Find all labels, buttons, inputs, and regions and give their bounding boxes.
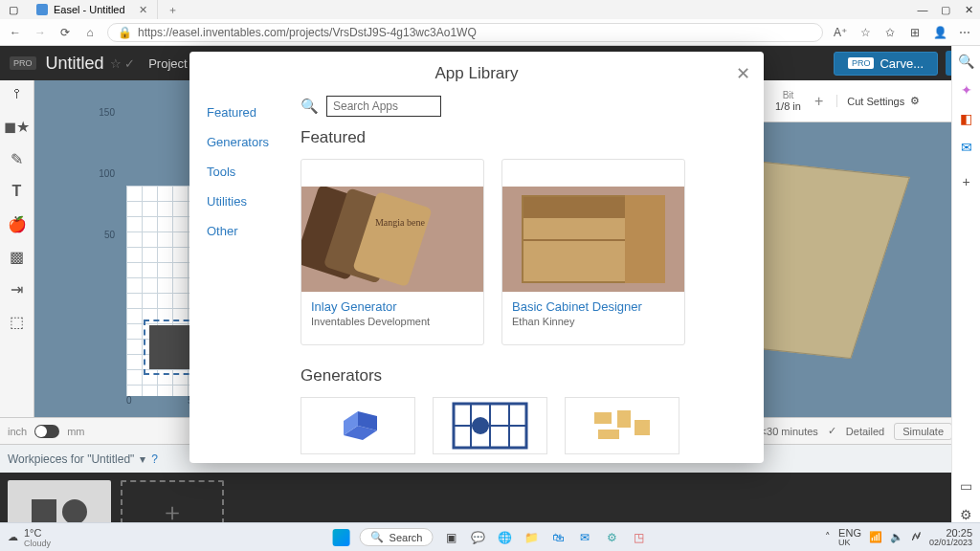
- chevron-down-icon[interactable]: ▾: [140, 452, 145, 466]
- category-generators[interactable]: Generators: [207, 135, 295, 149]
- read-aloud-icon[interactable]: A⁺: [833, 26, 848, 39]
- modal-content[interactable]: 🔍 Featured Inlay Generator Inventables D…: [295, 96, 764, 463]
- collections-icon[interactable]: ⊞: [907, 26, 923, 39]
- search-label: Search: [390, 532, 423, 543]
- explorer-icon[interactable]: 📁: [523, 529, 540, 546]
- card-thumb: [502, 187, 684, 292]
- generator-card-puzzle[interactable]: [433, 397, 547, 454]
- generator-card-box[interactable]: [301, 397, 415, 454]
- more-icon[interactable]: ⋯: [957, 26, 972, 39]
- tray-chevron-icon[interactable]: ˄: [825, 531, 831, 543]
- app-taskbar-icon[interactable]: ◳: [630, 529, 647, 546]
- pro-badge: PRO: [10, 56, 36, 70]
- browser-tab[interactable]: Easel - Untitled ✕: [27, 0, 158, 19]
- taskbar-weather[interactable]: ☁ 1°C Cloudy: [8, 527, 51, 548]
- modal-header: App Library ✕: [189, 52, 764, 96]
- address-bar: ← → ⟳ ⌂ 🔒 https://easel.inventables.com/…: [0, 19, 980, 46]
- store-icon[interactable]: 🛍: [549, 529, 567, 546]
- office-icon[interactable]: ◧: [960, 111, 972, 126]
- favicon-icon: [36, 4, 48, 15]
- sidebar-collapse-icon[interactable]: ▭: [960, 478, 972, 494]
- nav-forward-button[interactable]: →: [33, 26, 48, 39]
- settings-icon[interactable]: ⚙: [960, 507, 972, 522]
- url-input[interactable]: 🔒 https://easel.inventables.com/projects…: [107, 23, 823, 42]
- svg-rect-7: [598, 430, 619, 439]
- category-tools[interactable]: Tools: [207, 165, 295, 179]
- add-bit-button[interactable]: +: [814, 93, 823, 110]
- add-sidebar-button[interactable]: +: [962, 174, 969, 189]
- card-title: Inlay Generator: [311, 299, 474, 314]
- text-tool-icon[interactable]: T: [6, 182, 29, 201]
- nav-refresh-button[interactable]: ⟳: [57, 26, 73, 39]
- copilot-icon[interactable]: ✦: [961, 82, 972, 98]
- search-icon[interactable]: 🔍: [958, 54, 974, 69]
- help-icon[interactable]: ?: [151, 452, 158, 466]
- unit-mm-label[interactable]: mm: [67, 426, 84, 437]
- modal-close-button[interactable]: ✕: [736, 63, 750, 84]
- detailed-label[interactable]: Detailed: [846, 426, 884, 437]
- box-tool-icon[interactable]: ⬚: [6, 312, 29, 331]
- profile-icon[interactable]: 👤: [932, 26, 947, 39]
- outlook-icon[interactable]: ✉: [961, 140, 972, 155]
- window-close-button[interactable]: ✕: [957, 4, 980, 16]
- lang-label[interactable]: ENG: [838, 527, 861, 539]
- unit-inch-label[interactable]: inch: [8, 426, 27, 437]
- wifi-icon[interactable]: 📶: [869, 531, 882, 543]
- generator-card-parts[interactable]: [565, 397, 679, 454]
- favorite-icon[interactable]: ☆: [858, 26, 873, 39]
- app-library-modal: App Library ✕ Featured Generators Tools …: [189, 52, 764, 463]
- settings-taskbar-icon[interactable]: ⚙: [603, 529, 620, 546]
- taskview-icon[interactable]: ▣: [442, 529, 459, 546]
- app-card-inlay[interactable]: Inlay Generator Inventables Development: [301, 159, 484, 345]
- shapes-tool-icon[interactable]: ◼★: [6, 117, 29, 136]
- volume-icon[interactable]: 🔈: [890, 531, 903, 543]
- pen-tool-icon[interactable]: ✎: [6, 149, 29, 168]
- star-icon[interactable]: ☆ ✓: [110, 56, 136, 71]
- ruler-tick: 50: [104, 230, 115, 240]
- new-tab-button[interactable]: ＋: [158, 3, 188, 17]
- app-search-input[interactable]: [326, 96, 441, 117]
- tabs-overview-button[interactable]: ▢: [0, 4, 27, 16]
- search-icon: 🔍: [301, 98, 319, 115]
- card-author: Ethan Kinney: [512, 316, 675, 327]
- import-tool-icon[interactable]: ⇥: [6, 279, 29, 298]
- search-icon: 🔍: [370, 531, 384, 543]
- favorites-bar-icon[interactable]: ✩: [882, 26, 898, 39]
- tab-close-button[interactable]: ✕: [139, 4, 147, 16]
- svg-point-4: [472, 417, 489, 434]
- battery-icon[interactable]: 🗲: [911, 531, 922, 542]
- nav-back-button[interactable]: ←: [8, 26, 23, 39]
- simulate-button[interactable]: Simulate: [894, 423, 952, 440]
- time-estimate: <30 minutes: [761, 426, 818, 437]
- unit-toggle[interactable]: [34, 425, 59, 438]
- ruler-tick: 0: [126, 395, 132, 406]
- app-card-cabinet[interactable]: Basic Cabinet Designer Ethan Kinney: [501, 159, 685, 345]
- window-minimize-button[interactable]: —: [911, 4, 934, 15]
- category-utilities[interactable]: Utilities: [207, 194, 295, 209]
- menu-project[interactable]: Project: [148, 56, 187, 71]
- taskbar-search[interactable]: 🔍 Search: [360, 528, 434, 546]
- cut-settings-label: Cut Settings: [847, 96, 904, 107]
- ruler-tick: 100: [99, 168, 115, 179]
- url-text: https://easel.inventables.com/projects/V…: [138, 26, 477, 39]
- category-featured[interactable]: Featured: [207, 105, 295, 120]
- weather-temp: 1°C: [24, 527, 51, 539]
- category-other[interactable]: Other: [207, 224, 295, 238]
- edge-icon[interactable]: 🌐: [496, 529, 513, 546]
- shape-square[interactable]: [149, 325, 193, 369]
- project-title[interactable]: Untitled: [46, 54, 104, 74]
- lego-tool-icon[interactable]: ▩: [6, 247, 29, 266]
- apps-tool-icon[interactable]: 🍎: [6, 214, 29, 233]
- carve-button[interactable]: PRO Carve...: [834, 52, 938, 76]
- window-maximize-button[interactable]: ▢: [934, 4, 957, 16]
- card-author: Inventables Development: [311, 316, 474, 327]
- taskbar-clock[interactable]: 20:25 02/01/2023: [929, 527, 972, 548]
- nav-home-button[interactable]: ⌂: [82, 26, 98, 39]
- bit-panel[interactable]: Bit 1/8 in: [775, 90, 801, 112]
- outlook-taskbar-icon[interactable]: ✉: [576, 529, 593, 546]
- cut-settings-button[interactable]: Cut Settings ⚙: [836, 95, 920, 107]
- section-featured-heading: Featured: [301, 128, 746, 147]
- ruler-unit-icon[interactable]: ⫯: [6, 84, 29, 103]
- chat-icon[interactable]: 💬: [469, 529, 486, 546]
- start-button[interactable]: [333, 529, 350, 546]
